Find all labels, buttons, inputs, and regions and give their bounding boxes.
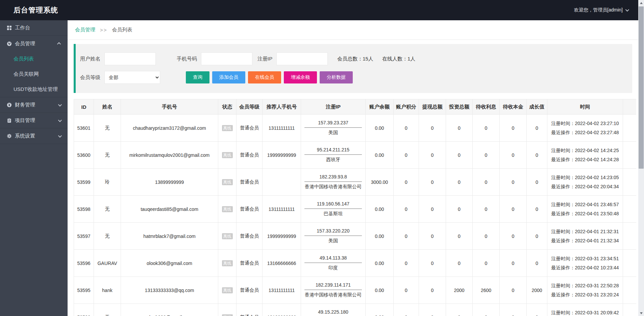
status-badge: 离线 xyxy=(222,179,233,185)
cell-principal: 0 xyxy=(500,223,527,250)
time-info: 注册时间：2022-04-02 14:23:05最近操作：2022-04-02 … xyxy=(551,173,619,191)
cell-withdraw: 0 xyxy=(419,304,446,316)
ip-link[interactable]: 157.39.23.237美国 xyxy=(304,120,362,136)
ip-link[interactable]: 182.239.114.171香港中国移动香港有限公司 xyxy=(304,282,362,298)
cell-interest: 0 xyxy=(473,169,500,196)
cell-action: 正常 xyxy=(623,115,637,142)
filter-button-5[interactable]: 分析数据 xyxy=(320,71,353,83)
cell-action: 正常 xyxy=(623,169,637,196)
table-row: 53601无chaudharyprizam3172@gmail.com离线普通会… xyxy=(74,115,637,142)
sidebar-group-member: 会员管理 会员列表 会员关联网 USDT收款地址管理 xyxy=(0,36,68,97)
ip-link[interactable]: 119.160.56.147巴基斯坦 xyxy=(304,201,362,217)
ip-link[interactable]: 182.239.93.8香港中国移动香港有限公司 xyxy=(304,174,362,190)
cell-time: 注册时间：2022-04-01 21:32:31最近操作：2022-04-01 … xyxy=(547,223,623,250)
table-header-row: ID姓名手机号状态会员等级推荐人手机号注册IP账户余额账户积分提现总额投资总额待… xyxy=(74,99,637,115)
cell-balance: 0.00 xyxy=(366,223,394,250)
online-count-stat: 在线人数：1人 xyxy=(382,56,415,62)
cell-id: 53595 xyxy=(74,277,94,304)
member-level-select[interactable]: 全部 xyxy=(104,71,160,84)
page-scrollbar[interactable] xyxy=(638,0,644,316)
cell-referrer: 13111111111 xyxy=(263,115,301,142)
cell-invest: 2000 xyxy=(446,277,473,304)
ip-link[interactable]: 95.214.211.215西班牙 xyxy=(304,147,362,163)
sidebar-item-workbench[interactable]: 工作台 xyxy=(0,20,68,36)
chevron-down-icon xyxy=(58,102,62,106)
status-badge: 离线 xyxy=(222,233,233,239)
cell-referrer: 13111111111 xyxy=(263,277,301,304)
scrollbar-down-arrow[interactable] xyxy=(638,310,644,316)
scrollbar-up-arrow[interactable] xyxy=(638,0,644,6)
cell-status: 离线 xyxy=(218,223,237,250)
column-header: 冻结 xyxy=(623,99,637,115)
main-content: 会员管理 >> 会员列表 用户姓名 手机号码 注册IP 会员总数：15人 在线人… xyxy=(68,20,638,316)
cell-principal: 0 xyxy=(500,142,527,169)
cell-status: 离线 xyxy=(218,169,237,196)
topbar: 后台管理系统 欢迎您，管理员[admin] xyxy=(0,0,638,20)
ip-link[interactable]: 157.33.220.220美国 xyxy=(304,228,362,244)
cell-interest: 0 xyxy=(473,196,500,223)
status-badge: 离线 xyxy=(222,314,233,316)
sidebar-item-usdt-mgmt[interactable]: USDT收款地址管理 xyxy=(0,82,68,97)
sidebar-item-project-mgmt[interactable]: 项目管理 xyxy=(0,113,68,128)
cell-id: 53596 xyxy=(74,250,94,277)
filter-button-2[interactable]: 添加会员 xyxy=(212,71,245,83)
cell-level: 普通会员 xyxy=(237,250,263,277)
cell-ip: 119.160.56.147巴基斯坦 xyxy=(301,196,366,223)
cell-ip: 157.39.23.237美国 xyxy=(301,115,366,142)
cell-name: 无 xyxy=(94,196,121,223)
cell-principal: 0 xyxy=(500,196,527,223)
time-info: 注册时间：2022-03-31 22:50:28最近操作：2022-03-31 … xyxy=(551,281,619,299)
breadcrumb-parent-link[interactable]: 会员管理 xyxy=(75,27,95,33)
filter-button-1[interactable]: 查询 xyxy=(186,71,209,83)
cell-invest: 0 xyxy=(446,304,473,316)
cell-invest: 0 xyxy=(446,250,473,277)
ip-link[interactable]: 49.14.113.38印度 xyxy=(304,255,362,271)
ip-link[interactable]: 49.15.225.180印度 xyxy=(304,309,362,316)
cell-interest: 0 xyxy=(473,304,500,316)
cell-growth: 0 xyxy=(527,196,547,223)
scrollbar-thumb[interactable] xyxy=(639,6,644,169)
cell-id: 53593 xyxy=(74,304,94,316)
filter-button-4[interactable]: 增减余额 xyxy=(284,71,317,83)
phone-label: 手机号码 xyxy=(177,56,197,62)
sidebar-item-member-mgmt[interactable]: 会员管理 xyxy=(0,36,68,51)
cell-points: 0 xyxy=(394,277,419,304)
cell-balance: 0.00 xyxy=(366,196,394,223)
sidebar-item-member-list[interactable]: 会员列表 xyxy=(0,51,68,67)
user-menu[interactable]: 欢迎您，管理员[admin] xyxy=(574,7,628,13)
cell-status: 离线 xyxy=(218,196,237,223)
sidebar-item-finance-mgmt[interactable]: 财务管理 xyxy=(0,97,68,113)
sidebar-item-label: 会员管理 xyxy=(15,41,58,47)
sidebar-item-member-network[interactable]: 会员关联网 xyxy=(0,67,68,82)
cell-balance: 0.00 xyxy=(366,250,394,277)
cell-interest: 0 xyxy=(473,223,500,250)
cell-invest: 0 xyxy=(446,169,473,196)
filter-button-3[interactable]: 在线会员 xyxy=(248,71,281,83)
phone-input[interactable] xyxy=(201,52,252,65)
cell-level: 普通会员 xyxy=(237,196,263,223)
username-input[interactable] xyxy=(104,52,156,65)
column-header: 状态 xyxy=(218,99,237,115)
cell-phone: mirkomilrustamqulov2001@gmail.com xyxy=(121,142,218,169)
cell-growth: 0 xyxy=(527,223,547,250)
cell-action: 正常 xyxy=(623,250,637,277)
column-header: 注册IP xyxy=(301,99,366,115)
time-info: 注册时间：2022-03-31 20:09:42最近操作：2022-03-31 … xyxy=(551,308,619,316)
cell-name: 玲 xyxy=(94,169,121,196)
cell-time: 注册时间：2022-03-31 22:50:28最近操作：2022-03-31 … xyxy=(547,277,623,304)
cell-balance: 3000.00 xyxy=(366,169,394,196)
status-badge: 离线 xyxy=(222,287,233,293)
column-header: 待收利息 xyxy=(473,99,500,115)
cell-time: 注册时间：2022-04-02 14:24:25最近操作：2022-04-02 … xyxy=(547,142,623,169)
register-ip-input[interactable] xyxy=(276,52,328,65)
cell-name: 无 xyxy=(94,223,121,250)
column-header: 账户积分 xyxy=(394,99,419,115)
cell-invest: 0 xyxy=(446,196,473,223)
cell-growth: 0 xyxy=(527,250,547,277)
cell-ip: 49.15.225.180印度 xyxy=(301,304,366,316)
filter-panel: 用户姓名 手机号码 注册IP 会员总数：15人 在线人数：1人 会员等级 全部 … xyxy=(74,44,632,93)
member-total-stat: 会员总数：15人 xyxy=(337,56,373,62)
cell-interest: 0 xyxy=(473,250,500,277)
sidebar-item-system-settings[interactable]: 系统设置 xyxy=(0,128,68,144)
cell-balance: 0.00 xyxy=(366,115,394,142)
